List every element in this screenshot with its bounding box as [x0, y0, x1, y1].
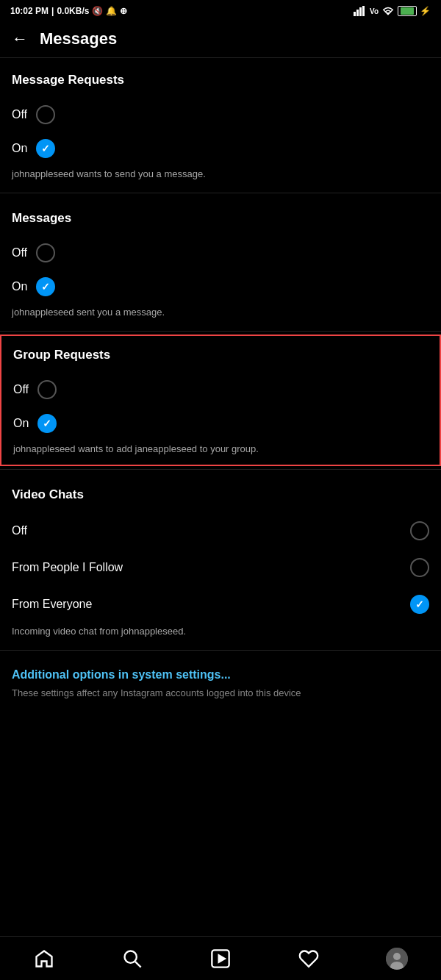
svg-rect-0: [354, 12, 356, 16]
svg-rect-2: [359, 7, 362, 16]
video-from-everyone-radio[interactable]: [410, 595, 429, 614]
divider-1: [0, 193, 441, 193]
messages-on-row[interactable]: On: [12, 270, 429, 304]
messages-section: Messages Off On johnappleseed sent you a…: [0, 196, 441, 328]
video-from-everyone-label: From Everyone: [12, 598, 92, 611]
divider-3: [0, 469, 441, 470]
nav-reels[interactable]: [202, 940, 239, 977]
nav-profile[interactable]: [379, 940, 415, 977]
messages-off-radio[interactable]: [36, 243, 55, 262]
charging-icon: ⚡: [420, 6, 431, 16]
video-chats-preview: Incoming video chat from johnappleseed.: [12, 623, 429, 647]
nav-search[interactable]: [114, 940, 151, 977]
message-requests-on-radio[interactable]: [36, 139, 55, 158]
message-requests-off-radio[interactable]: [36, 105, 55, 124]
group-requests-preview: johnappleseed wants to add janeappleseed…: [13, 440, 428, 465]
messages-on-label: On: [12, 280, 27, 293]
svg-marker-7: [219, 955, 225, 962]
status-left: 10:02 PM | 0.0KB/s 🔇 🔔 ⊕: [10, 6, 127, 16]
wifi-label: Vo: [370, 7, 379, 15]
message-requests-on-label: On: [12, 142, 27, 155]
video-chats-section: Video Chats Off From People I Follow Fro…: [0, 473, 441, 647]
status-bar: 10:02 PM | 0.0KB/s 🔇 🔔 ⊕ Vo ⚡: [0, 0, 441, 21]
message-requests-title: Message Requests: [12, 73, 429, 87]
svg-point-9: [393, 953, 401, 960]
group-requests-section: Group Requests Off On johnappleseed want…: [0, 335, 441, 466]
video-from-everyone-row[interactable]: From Everyone: [12, 586, 429, 623]
group-requests-off-label: Off: [13, 383, 29, 396]
message-requests-on-row[interactable]: On: [12, 132, 429, 165]
group-requests-title: Group Requests: [13, 348, 428, 362]
back-button[interactable]: ←: [12, 29, 28, 49]
messages-title: Messages: [12, 211, 429, 226]
signal-icon: [354, 6, 367, 16]
video-off-label: Off: [12, 524, 27, 537]
group-requests-on-row[interactable]: On: [13, 407, 428, 440]
video-from-people-row[interactable]: From People I Follow: [12, 549, 429, 586]
message-requests-off-row[interactable]: Off: [12, 98, 429, 132]
message-requests-off-label: Off: [12, 108, 27, 121]
svg-rect-3: [362, 6, 365, 16]
dnd-icon: ⊕: [120, 6, 127, 16]
svg-rect-1: [356, 10, 359, 16]
bottom-nav: [0, 936, 441, 980]
svg-point-4: [125, 951, 137, 962]
additional-desc: These settings affect any Instagram acco…: [12, 687, 429, 698]
svg-line-5: [135, 962, 141, 968]
messages-on-radio[interactable]: [36, 277, 55, 296]
video-off-row[interactable]: Off: [12, 512, 429, 549]
group-requests-on-radio[interactable]: [37, 414, 57, 433]
notification-icon: 🔔: [106, 6, 117, 16]
bottom-spacer: [0, 706, 441, 765]
wifi-icon: [381, 6, 395, 16]
group-requests-on-label: On: [13, 417, 29, 430]
video-from-people-label: From People I Follow: [12, 561, 123, 574]
status-right: Vo ⚡: [354, 6, 431, 16]
message-requests-section: Message Requests Off On johnappleseed wa…: [0, 58, 441, 190]
page-header: ← Messages: [0, 21, 441, 58]
messages-preview: johnappleseed sent you a message.: [12, 304, 429, 328]
mute-icon: 🔇: [92, 6, 103, 16]
page-title: Messages: [40, 29, 117, 49]
messages-off-label: Off: [12, 246, 27, 260]
reels-icon: [210, 948, 231, 969]
divider-2: [0, 331, 441, 332]
nav-home[interactable]: [26, 940, 62, 977]
video-chats-title: Video Chats: [12, 487, 429, 502]
profile-avatar: [386, 948, 408, 970]
network-speed: |: [51, 6, 54, 16]
additional-title[interactable]: Additional options in system settings...: [12, 668, 429, 682]
divider-4: [0, 650, 441, 651]
battery-icon: [398, 6, 417, 16]
group-requests-off-row[interactable]: Off: [13, 373, 428, 407]
messages-off-row[interactable]: Off: [12, 236, 429, 270]
search-icon: [122, 948, 143, 969]
heart-icon: [298, 948, 319, 969]
time: 10:02 PM: [10, 6, 49, 16]
home-icon: [34, 948, 54, 969]
additional-section: Additional options in system settings...…: [0, 654, 441, 706]
message-requests-preview: johnappleseed wants to send you a messag…: [12, 165, 429, 190]
group-requests-off-radio[interactable]: [37, 380, 57, 399]
network: 0.0KB/s: [57, 6, 89, 16]
nav-likes[interactable]: [290, 940, 327, 977]
video-off-radio[interactable]: [410, 521, 429, 540]
video-from-people-radio[interactable]: [410, 558, 429, 577]
